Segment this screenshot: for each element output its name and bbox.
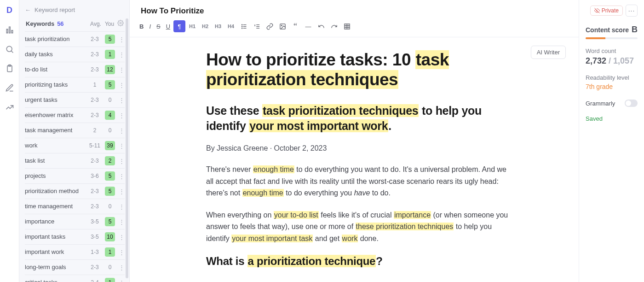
h4-button[interactable]: H4 [225, 20, 237, 32]
keyword-row[interactable]: projects3-65⋮ [25, 169, 125, 184]
keyword-row-menu-icon[interactable]: ⋮ [118, 66, 125, 73]
section-heading[interactable]: What is a prioritization technique? [206, 255, 514, 268]
avg-column-header: Avg. [89, 21, 103, 27]
p2-hl5: work [342, 235, 358, 242]
keyword-row-menu-icon[interactable]: ⋮ [118, 264, 125, 271]
quote-button[interactable]: “ [289, 20, 301, 32]
edit-icon[interactable] [5, 83, 14, 93]
keyword-row[interactable]: task management20⋮ [25, 123, 125, 138]
paragraph-2[interactable]: When everything on your to-do list feels… [206, 209, 514, 245]
bullet-list-button[interactable] [238, 20, 250, 32]
keyword-name: long-term goals [25, 264, 88, 271]
p2-hl2: importance [394, 211, 431, 219]
image-button[interactable] [276, 20, 288, 32]
keyword-row[interactable]: urgent tasks2-30⋮ [25, 93, 125, 108]
numbered-list-button[interactable] [251, 20, 263, 32]
keyword-row[interactable]: work5-1139⋮ [25, 138, 125, 153]
paragraph-button[interactable]: ¶ [173, 20, 185, 32]
keyword-row-menu-icon[interactable]: ⋮ [118, 82, 125, 88]
keyword-row[interactable]: prioritizing tasks15⋮ [25, 77, 125, 93]
svg-point-11 [242, 26, 242, 26]
keyword-row[interactable]: prioritization method2-35⋮ [25, 184, 125, 199]
svg-rect-2 [12, 30, 12, 33]
bold-button[interactable]: B [137, 20, 146, 32]
keyword-name: important work [25, 248, 88, 256]
keyword-you: 0 [104, 95, 116, 105]
keyword-avg: 2-3 [88, 188, 102, 194]
undo-button[interactable] [315, 20, 327, 32]
keyword-avg: 2-3 [88, 36, 102, 42]
article-subtitle[interactable]: Use these task prioritization techniques… [206, 103, 514, 133]
sub-text-a: Use these [206, 104, 262, 117]
keyword-row-menu-icon[interactable]: ⋮ [118, 127, 125, 134]
keyword-you: 5 [104, 80, 116, 89]
underline-button[interactable]: U [164, 20, 172, 32]
sec-c: ? [376, 255, 382, 267]
keyword-name: task list [25, 157, 88, 164]
keyword-row[interactable]: to-do list2-312⋮ [25, 62, 125, 77]
keyword-row[interactable]: task list2-32⋮ [25, 153, 125, 169]
keyword-row-menu-icon[interactable]: ⋮ [118, 173, 125, 180]
keyword-row-menu-icon[interactable]: ⋮ [118, 203, 125, 210]
keyword-you: 1 [104, 278, 116, 282]
gear-icon[interactable] [117, 20, 125, 28]
privacy-button[interactable]: Private [590, 6, 623, 16]
keyword-row-menu-icon[interactable]: ⋮ [118, 112, 125, 119]
keyword-row[interactable]: important tasks3-510⋮ [25, 229, 125, 245]
keyword-you: 1 [104, 247, 116, 257]
keyword-row-menu-icon[interactable]: ⋮ [118, 218, 125, 225]
grammarly-toggle[interactable] [625, 100, 638, 107]
more-actions-button[interactable]: ··· [626, 5, 638, 17]
trend-icon[interactable] [5, 103, 14, 112]
keyword-row-menu-icon[interactable]: ⋮ [118, 188, 125, 195]
word-count-target: / 1,057 [606, 56, 634, 65]
back-to-keyword-report[interactable]: ← Keyword report [25, 6, 129, 18]
h1-button[interactable]: H1 [186, 20, 198, 32]
eye-off-icon [594, 8, 600, 13]
keyword-row-menu-icon[interactable]: ⋮ [118, 249, 125, 256]
keyword-avg: 3-5 [88, 234, 102, 240]
keyword-row[interactable]: long-term goals2-30⋮ [25, 260, 125, 275]
document-title-breadcrumb[interactable]: How To Prioritize [130, 0, 579, 18]
link-button[interactable] [264, 20, 276, 32]
keyword-row-menu-icon[interactable]: ⋮ [118, 279, 125, 282]
keyword-avg: 5-11 [88, 142, 102, 149]
divider-button[interactable]: — [302, 20, 314, 32]
keyword-row[interactable]: daily tasks2-31⋮ [25, 47, 125, 62]
keyword-row[interactable]: important work1-31⋮ [25, 245, 125, 260]
sidebar-scrollbar[interactable] [126, 18, 128, 278]
editor-canvas[interactable]: AI Writer How to prioritize tasks: 10 ta… [130, 37, 579, 282]
italic-button[interactable]: I [147, 20, 153, 32]
keyword-row[interactable]: time management2-30⋮ [25, 199, 125, 214]
keyword-row-menu-icon[interactable]: ⋮ [118, 142, 125, 149]
article-byline[interactable]: By Jessica Greene · October 2, 2023 [206, 144, 514, 153]
ai-writer-button[interactable]: AI Writer [531, 46, 566, 59]
app-nav-bar: D [0, 0, 19, 282]
table-button[interactable] [341, 20, 353, 32]
keyword-row[interactable]: task prioritization2-35⋮ [25, 31, 125, 47]
keyword-row[interactable]: critical tasks2-41⋮ [25, 275, 125, 282]
app-logo[interactable]: D [6, 6, 12, 15]
paragraph-1[interactable]: There's never enough time to do everythi… [206, 164, 514, 199]
analytics-icon[interactable] [5, 25, 14, 35]
keyword-row-menu-icon[interactable]: ⋮ [118, 51, 125, 58]
keyword-name: projects [25, 172, 88, 180]
keyword-name: critical tasks [25, 279, 88, 282]
h3-button[interactable]: H3 [212, 20, 224, 32]
h2-button[interactable]: H2 [199, 20, 211, 32]
redo-button[interactable] [328, 20, 340, 32]
content-score-label: Content score [586, 26, 629, 34]
keyword-row[interactable]: eisenhower matrix2-34⋮ [25, 108, 125, 123]
keyword-row-menu-icon[interactable]: ⋮ [118, 36, 125, 43]
article-h1[interactable]: How to prioritize tasks: 10 task priorit… [206, 50, 514, 89]
keyword-row-menu-icon[interactable]: ⋮ [118, 234, 125, 241]
clipboard-icon[interactable] [5, 64, 14, 73]
search-icon[interactable] [5, 45, 14, 54]
keyword-name: eisenhower matrix [25, 112, 88, 119]
keyword-row-menu-icon[interactable]: ⋮ [118, 97, 125, 104]
p1-hl1: enough time [253, 165, 294, 173]
keyword-row-menu-icon[interactable]: ⋮ [118, 158, 125, 164]
strikethrough-button[interactable]: S [154, 20, 163, 32]
arrow-left-icon: ← [25, 6, 31, 13]
keyword-row[interactable]: importance3-55⋮ [25, 214, 125, 229]
